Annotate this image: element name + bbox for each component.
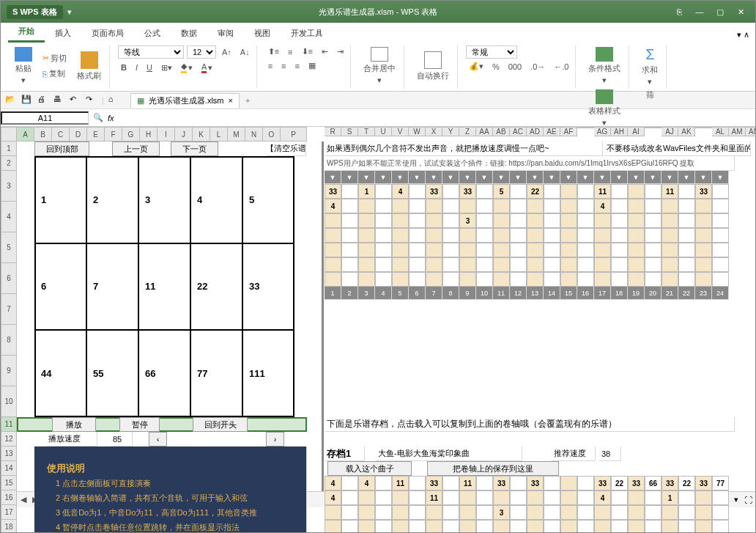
track-header[interactable]: ▼ [695,171,712,184]
track-cell[interactable] [325,243,341,257]
track-cell[interactable] [544,199,560,213]
track-cell[interactable]: 5 [493,184,510,199]
archive-cell[interactable] [510,490,527,505]
keypad-key[interactable]: 111 [242,330,294,417]
currency-button[interactable]: 💰▾ [466,60,486,73]
track-cell[interactable] [358,228,375,243]
archive-cell[interactable] [544,505,560,520]
archive-cell[interactable] [594,520,611,533]
archive-cell[interactable] [645,505,662,520]
track-cell[interactable] [594,257,611,272]
underline-button[interactable]: U [144,62,155,73]
track-cell[interactable] [426,243,442,257]
archive-cell[interactable] [628,490,645,505]
track-cell[interactable] [325,228,341,243]
track-header[interactable]: ▼ [426,171,442,184]
speed-dec-button[interactable]: ‹ [149,432,167,446]
track-cell[interactable] [392,257,409,272]
track-cell[interactable] [560,213,577,228]
archive-cell[interactable] [493,490,510,505]
track-cell[interactable] [678,272,695,287]
track-cell[interactable]: 11 [662,184,678,199]
track-header[interactable]: ▼ [341,171,358,184]
archive-cell[interactable] [409,520,426,533]
track-cell[interactable] [493,257,510,272]
track-cell[interactable] [459,228,476,243]
archive-cell[interactable] [695,520,712,533]
track-cell[interactable]: 4 [325,199,341,213]
track-cell[interactable] [662,257,678,272]
document-tab[interactable]: ▦ 光遇乐谱生成器.xlsm × [130,93,240,108]
archive-cell[interactable] [560,520,577,533]
next-page-button[interactable]: 下一页 [171,141,218,156]
track-cell[interactable] [426,199,442,213]
track-cell[interactable] [560,257,577,272]
track-cell[interactable] [645,257,662,272]
track-cell[interactable]: 11 [594,184,611,199]
archive-cell[interactable] [544,490,560,505]
track-header[interactable]: ▼ [544,171,560,184]
track-cell[interactable] [392,213,409,228]
track-cell[interactable] [375,213,392,228]
keypad-key[interactable]: 11 [138,243,190,331]
track-cell[interactable] [695,257,712,272]
track-cell[interactable] [712,199,729,213]
archive-cell[interactable] [476,505,493,520]
track-cell[interactable]: 22 [527,184,544,199]
track-header[interactable]: ▼ [493,171,510,184]
archive-cell[interactable] [544,520,560,533]
track-cell[interactable] [628,213,645,228]
name-box[interactable] [1,111,89,125]
track-cell[interactable] [392,272,409,287]
track-cell[interactable] [442,213,459,228]
track-cell[interactable] [527,243,544,257]
archive-cell[interactable] [560,490,577,505]
shrink-font-button[interactable]: A↓ [237,46,253,58]
archive-cell[interactable] [459,520,476,533]
archive-cell[interactable] [611,520,628,533]
archive-cell[interactable] [678,505,695,520]
track-cell[interactable] [662,228,678,243]
track-cell[interactable] [695,272,712,287]
track-header[interactable]: ▼ [442,171,459,184]
track-cell[interactable] [544,213,560,228]
tab-review[interactable]: 审阅 [207,24,244,43]
archive-cell[interactable] [375,505,392,520]
fill-color-button[interactable]: ◆▾ [178,60,196,75]
dropdown-icon[interactable]: ▾ [67,7,72,17]
merge-center-button[interactable]: 合并居中▾ [359,45,400,87]
archive-cell[interactable] [358,505,375,520]
track-cell[interactable] [493,228,510,243]
archive-cell[interactable]: 22 [611,476,628,490]
keypad-key[interactable]: 44 [34,330,86,417]
archive-cell[interactable] [392,490,409,505]
track-cell[interactable] [375,272,392,287]
feedback-icon[interactable]: ⎘ [670,4,688,19]
track-cell[interactable] [611,199,628,213]
align-center-button[interactable]: ≡ [278,60,289,72]
track-cell[interactable] [510,272,527,287]
track-cell[interactable] [510,257,527,272]
track-cell[interactable] [712,184,729,199]
track-cell[interactable] [476,184,493,199]
archive-cell[interactable] [392,520,409,533]
track-header[interactable]: ▼ [560,171,577,184]
track-cell[interactable] [560,272,577,287]
track-cell[interactable] [493,199,510,213]
track-cell[interactable] [375,184,392,199]
track-cell[interactable] [695,213,712,228]
archive-cell[interactable] [577,476,594,490]
track-cell[interactable] [476,213,493,228]
archive-cell[interactable] [544,476,560,490]
track-cell[interactable] [476,199,493,213]
track-cell[interactable] [577,184,594,199]
prev-page-button[interactable]: 上一页 [112,141,160,156]
indent-inc-button[interactable]: ⇥ [334,45,346,58]
archive-cell[interactable] [341,520,358,533]
track-cell[interactable] [510,228,527,243]
archive-cell[interactable]: 3 [493,505,510,520]
archive-cell[interactable] [375,490,392,505]
archive-cell[interactable] [459,490,476,505]
track-cell[interactable] [510,213,527,228]
cond-format-button[interactable]: 条件格式▾ [584,45,625,87]
